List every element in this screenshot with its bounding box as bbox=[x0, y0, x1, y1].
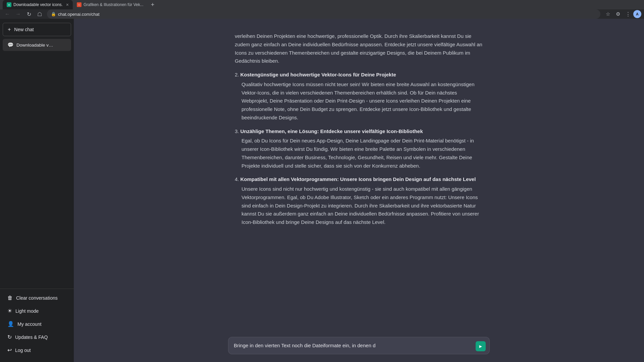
my-account-label: My account bbox=[17, 321, 42, 327]
extensions-icon[interactable]: ⚙ bbox=[613, 9, 623, 19]
item-1-body: verleihen Deinen Projekten eine hochwert… bbox=[235, 32, 483, 65]
tab-favicon-openai: ● bbox=[7, 2, 11, 7]
lock-icon: 🔒 bbox=[51, 12, 56, 16]
log-out-button[interactable]: ↩ Log out bbox=[3, 344, 71, 357]
tab-grafiken[interactable]: G Grafiken & Illustrationen für Vek... × bbox=[73, 0, 147, 9]
sidebar-bottom: 🗑 Clear conversations ☀ Light mode 👤 My … bbox=[0, 289, 74, 359]
list-item-4: 4. Kompatibel mit allen Vektorprogrammen… bbox=[235, 175, 483, 227]
send-button[interactable]: ► bbox=[476, 341, 486, 351]
clear-conversations-button[interactable]: 🗑 Clear conversations bbox=[3, 292, 71, 304]
chat-item[interactable]: 💬 Downloadable vector ic... ✏ 🗑 bbox=[3, 39, 71, 51]
list-item-3: 3. Unzählige Themen, eine Lösung: Entdec… bbox=[235, 127, 483, 170]
list-number-3: 3. bbox=[235, 127, 239, 136]
tab-favicon-grafiken: G bbox=[77, 2, 82, 7]
my-account-button[interactable]: 👤 My account bbox=[3, 317, 71, 330]
new-chat-icon: + bbox=[8, 26, 11, 33]
list-item-4-header: 4. Kompatibel mit allen Vektorprogrammen… bbox=[235, 175, 483, 184]
tab-label-openai: Downloadable vector icons. bbox=[13, 2, 63, 7]
tab-bar: ● Downloadable vector icons. × G Grafike… bbox=[0, 0, 644, 9]
person-icon: 👤 bbox=[7, 321, 14, 327]
profile-avatar[interactable]: A bbox=[633, 10, 641, 18]
list-title-4: Kompatibel mit allen Vektorprogrammen: U… bbox=[240, 175, 476, 184]
clear-conversations-label: Clear conversations bbox=[16, 295, 58, 301]
new-chat-label: New chat bbox=[14, 27, 34, 32]
chat-list: 💬 Downloadable vector ic... ✏ 🗑 bbox=[0, 38, 74, 289]
address-text: chat.openai.com/chat bbox=[58, 12, 100, 17]
list-number-4: 4. bbox=[235, 175, 239, 184]
list-number-2: 2. bbox=[235, 71, 239, 79]
light-mode-button[interactable]: ☀ Light mode bbox=[3, 304, 71, 317]
messages-area: verleihen Deinen Projekten eine hochwert… bbox=[74, 19, 644, 362]
trash-icon: 🗑 bbox=[7, 295, 13, 301]
input-container: ► bbox=[228, 337, 490, 356]
chat-icon: 💬 bbox=[7, 42, 14, 48]
refresh-icon: ↻ bbox=[7, 334, 12, 340]
reload-button[interactable]: ↻ bbox=[24, 9, 34, 19]
list-title-2: Kostengünstige und hochwertige Vektor-Ic… bbox=[240, 71, 396, 79]
message-block: verleihen Deinen Projekten eine hochwert… bbox=[228, 25, 490, 239]
nav-bar: ← → ↻ ☖ 🔒 chat.openai.com/chat ☆ ⚙ ⋮ A bbox=[0, 9, 644, 19]
tab-label-grafiken: Grafiken & Illustrationen für Vek... bbox=[84, 2, 144, 7]
home-button[interactable]: ☖ bbox=[35, 9, 44, 19]
address-bar[interactable]: 🔒 chat.openai.com/chat bbox=[47, 9, 600, 19]
list-title-3: Unzählige Themen, eine Lösung: Entdecke … bbox=[240, 127, 423, 136]
list-item-3-header: 3. Unzählige Themen, eine Lösung: Entdec… bbox=[235, 127, 483, 136]
tab-close-openai[interactable]: × bbox=[66, 2, 69, 7]
more-icon[interactable]: ⋮ bbox=[623, 9, 633, 19]
list-item-2: 2. Kostengünstige und hochwertige Vektor… bbox=[235, 71, 483, 122]
browser-chrome: ● Downloadable vector icons. × G Grafike… bbox=[0, 0, 644, 19]
updates-faq-button[interactable]: ↻ Updates & FAQ bbox=[3, 330, 71, 344]
edit-chat-button[interactable]: ✏ bbox=[57, 43, 61, 48]
list-body-2: Qualitativ hochwertige Icons müssen nich… bbox=[235, 80, 483, 122]
log-out-label: Log out bbox=[15, 348, 31, 353]
list-body-4: Unsere Icons sind nicht nur hochwertig u… bbox=[235, 185, 483, 227]
sidebar: + New chat 💬 Downloadable vector ic... ✏… bbox=[0, 19, 74, 362]
chat-item-label: Downloadable vector ic... bbox=[16, 43, 54, 48]
delete-chat-button[interactable]: 🗑 bbox=[62, 43, 66, 48]
list-item-1: verleihen Deinen Projekten eine hochwert… bbox=[235, 32, 483, 65]
nav-right-buttons: ☆ ⚙ ⋮ A bbox=[603, 9, 641, 19]
logout-icon: ↩ bbox=[7, 347, 12, 353]
input-area: ► bbox=[74, 331, 644, 362]
back-button[interactable]: ← bbox=[3, 9, 12, 19]
main-content: verleihen Deinen Projekten eine hochwert… bbox=[74, 19, 644, 362]
updates-faq-label: Updates & FAQ bbox=[15, 335, 48, 340]
tab-openai[interactable]: ● Downloadable vector icons. × bbox=[3, 0, 73, 9]
bookmark-icon[interactable]: ☆ bbox=[603, 9, 612, 19]
light-mode-label: Light mode bbox=[15, 308, 39, 314]
app-wrapper: + New chat 💬 Downloadable vector ic... ✏… bbox=[0, 0, 644, 362]
send-icon: ► bbox=[478, 344, 483, 349]
tab-add-button[interactable]: + bbox=[148, 0, 157, 9]
new-chat-button[interactable]: + New chat bbox=[3, 23, 71, 36]
list-item-2-header: 2. Kostengünstige und hochwertige Vektor… bbox=[235, 71, 483, 79]
forward-button[interactable]: → bbox=[13, 9, 23, 19]
sun-icon: ☀ bbox=[7, 308, 12, 314]
list-body-3: Egal, ob Du Icons für Dein neues App-Des… bbox=[235, 137, 483, 170]
chat-input[interactable] bbox=[228, 337, 490, 355]
